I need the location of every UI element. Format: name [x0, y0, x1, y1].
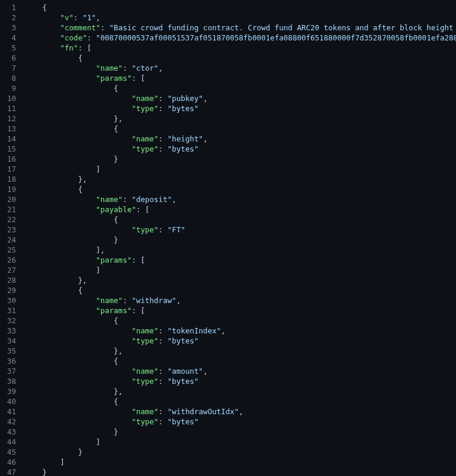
line-number: 16	[7, 154, 16, 164]
code-line: "params": [	[24, 305, 456, 316]
code-line: "v": "1",	[24, 12, 456, 23]
code-line: ]	[24, 437, 456, 447]
code-line: "type": "bytes"	[24, 417, 456, 427]
line-number: 19	[7, 184, 16, 194]
line-number: 29	[7, 285, 16, 295]
line-number: 4	[7, 33, 16, 43]
line-number: 23	[7, 225, 16, 235]
code-line: ]	[24, 265, 456, 275]
code-line: "type": "bytes"	[24, 336, 456, 346]
line-number: 13	[7, 124, 16, 134]
line-number: 38	[7, 376, 16, 386]
line-number: 24	[7, 235, 16, 245]
line-number: 33	[7, 326, 16, 336]
line-number: 7	[7, 63, 16, 73]
line-number: 40	[7, 396, 16, 406]
code-line: {	[24, 83, 456, 93]
line-number: 10	[7, 93, 16, 103]
code-line: "name": "withdrawOutIdx",	[24, 406, 456, 417]
line-number: 9	[7, 83, 16, 93]
code-viewer: 1234567891011121314151617181920212223242…	[0, 0, 456, 476]
code-line: "params": [	[24, 255, 456, 265]
code-line: "name": "amount",	[24, 366, 456, 376]
code-line: "fn": [	[24, 43, 456, 53]
code-line: "payable": [	[24, 204, 456, 215]
line-number: 30	[7, 295, 16, 305]
line-number: 43	[7, 427, 16, 437]
line-number: 3	[7, 23, 16, 33]
line-number-gutter: 1234567891011121314151617181920212223242…	[0, 2, 24, 476]
code-line: "name": "ctor",	[24, 63, 456, 73]
line-number: 41	[7, 406, 16, 417]
line-number: 45	[7, 447, 16, 457]
code-line: {	[24, 316, 456, 326]
code-line: ]	[24, 164, 456, 174]
code-line: "name": "withdraw",	[24, 295, 456, 305]
code-line: "type": "bytes"	[24, 144, 456, 154]
line-number: 27	[7, 265, 16, 275]
code-line: {	[24, 396, 456, 406]
code-line: },	[24, 174, 456, 184]
line-number: 47	[7, 467, 16, 476]
code-line: {	[24, 285, 456, 295]
line-number: 39	[7, 386, 16, 396]
code-line: "type": "bytes"	[24, 376, 456, 386]
line-number: 18	[7, 174, 16, 184]
line-number: 14	[7, 134, 16, 144]
code-line: {	[24, 215, 456, 225]
code-line: }	[24, 154, 456, 164]
line-number: 15	[7, 144, 16, 154]
line-number: 20	[7, 194, 16, 204]
code-line: "name": "height",	[24, 134, 456, 144]
line-number: 11	[7, 103, 16, 114]
line-number: 31	[7, 305, 16, 316]
line-number: 21	[7, 204, 16, 215]
line-number: 12	[7, 114, 16, 124]
code-line: "name": "deposit",	[24, 194, 456, 204]
code-line: {	[24, 184, 456, 194]
code-line: },	[24, 386, 456, 396]
code-line: "comment": "Basic crowd funding contract…	[24, 23, 456, 33]
code-body: { "v": "1", "comment": "Basic crowd fund…	[24, 2, 456, 476]
code-line: ],	[24, 245, 456, 255]
code-line: "name": "tokenIndex",	[24, 326, 456, 336]
line-number: 36	[7, 356, 16, 366]
code-line: }	[24, 467, 456, 476]
code-line: ]	[24, 457, 456, 467]
line-number: 46	[7, 457, 16, 467]
code-line: {	[24, 2, 456, 12]
line-number: 28	[7, 275, 16, 285]
line-number: 42	[7, 417, 16, 427]
code-line: "params": [	[24, 73, 456, 83]
line-number: 6	[7, 53, 16, 63]
line-number: 35	[7, 346, 16, 356]
code-line: "type": "bytes"	[24, 103, 456, 114]
line-number: 34	[7, 336, 16, 346]
line-number: 5	[7, 43, 16, 53]
code-line: {	[24, 356, 456, 366]
code-line: }	[24, 447, 456, 457]
line-number: 8	[7, 73, 16, 83]
line-number: 37	[7, 366, 16, 376]
line-number: 32	[7, 316, 16, 326]
code-line: }	[24, 235, 456, 245]
line-number: 1	[7, 2, 16, 12]
code-line: "type": "FT"	[24, 225, 456, 235]
code-line: {	[24, 53, 456, 63]
line-number: 17	[7, 164, 16, 174]
code-line: "code": "00870000537af00051537af05187005…	[24, 33, 456, 43]
line-number: 26	[7, 255, 16, 265]
line-number: 2	[7, 12, 16, 23]
code-line: "name": "pubkey",	[24, 93, 456, 103]
code-line: }	[24, 427, 456, 437]
code-line: },	[24, 346, 456, 356]
line-number: 44	[7, 437, 16, 447]
code-line: },	[24, 275, 456, 285]
code-line: },	[24, 114, 456, 124]
code-line: {	[24, 124, 456, 134]
line-number: 22	[7, 215, 16, 225]
line-number: 25	[7, 245, 16, 255]
